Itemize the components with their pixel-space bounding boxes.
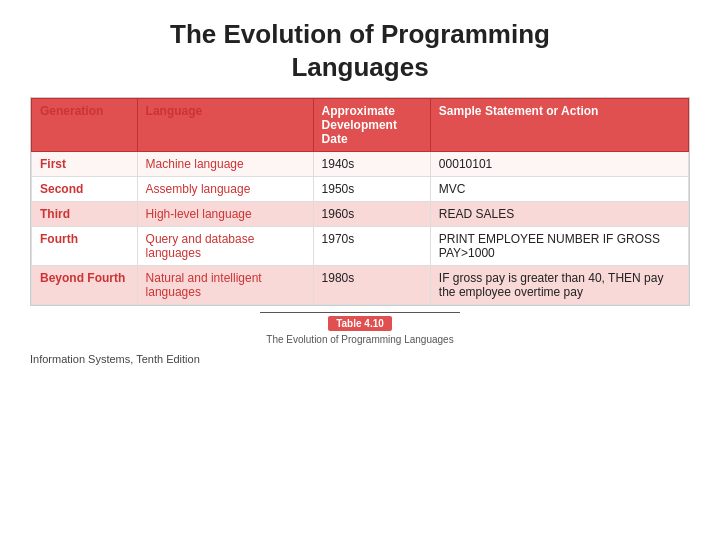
cell-generation: Beyond Fourth [32,266,138,305]
footer-text: Information Systems, Tenth Edition [30,353,690,365]
cell-generation: Fourth [32,227,138,266]
cell-language: Query and database languages [137,227,313,266]
cell-sample: IF gross pay is greater than 40, THEN pa… [430,266,688,305]
header-language: Language [137,99,313,152]
cell-date: 1950s [313,177,430,202]
cell-sample: READ SALES [430,202,688,227]
cell-language: Natural and intelligent languages [137,266,313,305]
table-wrapper: Generation Language Approximate Developm… [30,97,690,306]
cell-sample: MVC [430,177,688,202]
table-row: FourthQuery and database languages1970sP… [32,227,689,266]
page: The Evolution of Programming Languages G… [0,0,720,540]
cell-language: High-level language [137,202,313,227]
header-sample: Sample Statement or Action [430,99,688,152]
table-row: FirstMachine language1940s00010101 [32,152,689,177]
cell-date: 1960s [313,202,430,227]
cell-generation: Second [32,177,138,202]
caption-divider [260,312,460,313]
cell-date: 1970s [313,227,430,266]
table-body: FirstMachine language1940s00010101Second… [32,152,689,305]
title-line2: Languages [291,52,428,82]
cell-sample: PRINT EMPLOYEE NUMBER IF GROSS PAY>1000 [430,227,688,266]
cell-language: Machine language [137,152,313,177]
cell-date: 1980s [313,266,430,305]
page-title: The Evolution of Programming Languages [170,18,550,83]
header-generation: Generation [32,99,138,152]
cell-language: Assembly language [137,177,313,202]
cell-generation: Third [32,202,138,227]
table-row: SecondAssembly language1950sMVC [32,177,689,202]
caption-text: The Evolution of Programming Languages [266,334,453,345]
caption-area: Table 4.10 The Evolution of Programming … [30,312,690,345]
cell-sample: 00010101 [430,152,688,177]
cell-date: 1940s [313,152,430,177]
header-date: Approximate Development Date [313,99,430,152]
evolution-table: Generation Language Approximate Developm… [31,98,689,305]
title-line1: The Evolution of Programming [170,19,550,49]
table-header: Generation Language Approximate Developm… [32,99,689,152]
table-row: Beyond FourthNatural and intelligent lan… [32,266,689,305]
caption-badge: Table 4.10 [328,316,392,331]
table-row: ThirdHigh-level language1960sREAD SALES [32,202,689,227]
cell-generation: First [32,152,138,177]
